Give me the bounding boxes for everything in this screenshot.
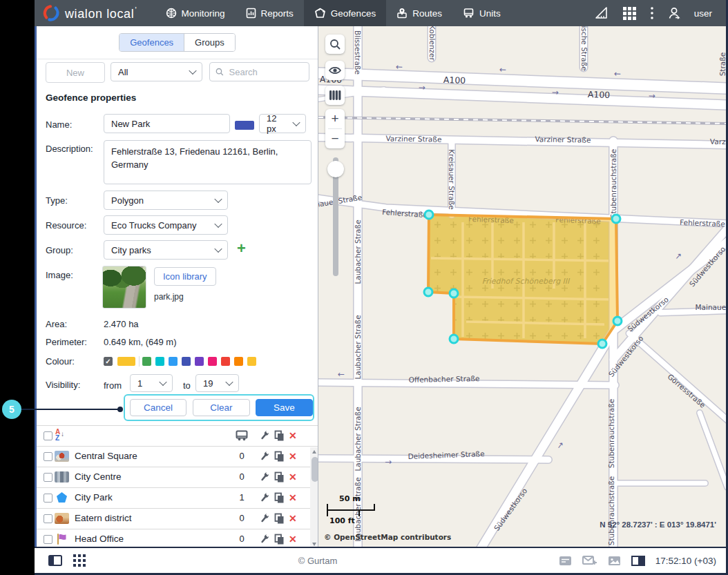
units-column-icon[interactable]: [236, 430, 248, 441]
delete-icon[interactable]: ✕: [289, 492, 297, 503]
colour-swatch[interactable]: [142, 357, 151, 366]
properties-wrench-icon[interactable]: [259, 492, 270, 503]
cancel-button[interactable]: Cancel: [130, 399, 186, 416]
properties-wrench-icon[interactable]: [259, 430, 270, 441]
split-view-icon[interactable]: [631, 556, 645, 566]
user-icon[interactable]: [667, 6, 681, 20]
street-label: Südwestkorso: [626, 295, 670, 333]
colour-swatch[interactable]: [221, 357, 230, 366]
street-label: Stubenrauchstraße: [607, 476, 615, 545]
resource-select[interactable]: Eco Trucks Company: [104, 215, 228, 235]
search-input[interactable]: [228, 66, 303, 78]
sort-alpha-icon[interactable]: A↓Z: [55, 429, 68, 442]
delete-icon[interactable]: ✕: [289, 451, 297, 462]
notifications-icon[interactable]: [559, 556, 572, 566]
add-group-icon[interactable]: +: [237, 241, 246, 256]
geofence-name[interactable]: City Park: [75, 492, 113, 503]
delete-icon[interactable]: ✕: [289, 430, 297, 441]
geofence-row[interactable]: Eatern district 0 ✕: [37, 508, 318, 529]
row-checkbox[interactable]: [44, 514, 52, 523]
scroll-up-icon[interactable]: [312, 450, 316, 454]
geofence-name[interactable]: City Centre: [75, 471, 122, 482]
geofence-name[interactable]: Head Office: [75, 534, 124, 544]
wialon-logo: wialon local: [35, 0, 155, 26]
zoom-out-button[interactable]: −: [325, 129, 345, 148]
media-icon[interactable]: [608, 556, 621, 566]
scrollbar-thumb[interactable]: [312, 457, 318, 482]
geofence-row[interactable]: Head Office 0 ✕: [37, 529, 318, 547]
delete-icon[interactable]: ✕: [289, 513, 297, 524]
colour-swatch[interactable]: [182, 357, 191, 366]
colour-swatch[interactable]: [155, 357, 164, 366]
row-checkbox[interactable]: [44, 452, 52, 461]
icon-library-button[interactable]: Icon library: [154, 267, 216, 286]
tab-geofences[interactable]: Geofences: [304, 0, 386, 26]
tab-units[interactable]: Units: [452, 0, 511, 26]
delete-icon[interactable]: ✕: [289, 471, 297, 483]
group-select[interactable]: City parks: [104, 240, 228, 260]
properties-wrench-icon[interactable]: [259, 471, 270, 483]
row-checkbox[interactable]: [44, 535, 52, 544]
polygon-shape-icon: [57, 492, 67, 503]
colour-swatch[interactable]: [195, 357, 204, 366]
properties-wrench-icon[interactable]: [259, 513, 270, 524]
tab-reports[interactable]: Reports: [236, 0, 304, 26]
zoom-in-button[interactable]: +: [325, 109, 345, 128]
line-width-select[interactable]: 12 px: [259, 114, 306, 133]
geofence-row[interactable]: City Park 1 ✕: [37, 487, 318, 508]
geofence-row[interactable]: City Centre 0 ✕: [37, 467, 318, 487]
top-navigation-bar: wialon local Monitoring Reports Geofence…: [35, 0, 726, 26]
geofence-name[interactable]: Central Square: [75, 451, 137, 461]
filter-select[interactable]: All: [111, 62, 202, 81]
map-layers-button[interactable]: [325, 86, 345, 105]
map-search-button[interactable]: [325, 35, 345, 54]
geofence-image-thumbnail[interactable]: [102, 266, 146, 309]
new-geofence-button[interactable]: New: [46, 62, 105, 83]
clear-button[interactable]: Clear: [193, 399, 250, 416]
delete-icon[interactable]: ✕: [289, 534, 297, 545]
colour-swatch[interactable]: [208, 357, 217, 366]
ruler-icon[interactable]: [594, 6, 609, 21]
tab-geofences-view[interactable]: Geofences: [119, 34, 184, 51]
tab-routes[interactable]: Routes: [386, 0, 452, 26]
description-textarea[interactable]: Fehlerstraße 13, Friedenau 12161, Berlin…: [104, 140, 312, 184]
line-colour-swatch[interactable]: [235, 121, 254, 130]
type-select[interactable]: Polygon: [104, 191, 228, 210]
apps-grid-icon[interactable]: [73, 554, 86, 567]
copy-icon[interactable]: [274, 451, 285, 462]
copy-icon[interactable]: [274, 471, 285, 483]
kebab-menu-icon[interactable]: [650, 6, 654, 20]
properties-wrench-icon[interactable]: [259, 451, 270, 462]
row-checkbox[interactable]: [44, 473, 52, 482]
colour-swatch[interactable]: [169, 357, 178, 366]
colour-swatch[interactable]: [247, 357, 256, 366]
visibility-to-select[interactable]: 19: [195, 374, 239, 392]
name-input[interactable]: [104, 114, 230, 133]
scroll-down-icon[interactable]: [312, 543, 316, 546]
map-canvas[interactable]: BlissestraßeKoblenzerrische StraßeStraße…: [318, 26, 726, 547]
send-report-icon[interactable]: [582, 555, 597, 566]
tab-monitoring[interactable]: Monitoring: [155, 0, 236, 26]
save-button[interactable]: Save: [256, 399, 313, 416]
selected-colour-swatch[interactable]: [117, 357, 135, 366]
tab-groups-view[interactable]: Groups: [184, 34, 235, 51]
copy-icon[interactable]: [274, 513, 285, 524]
geofence-row[interactable]: Central Square 0 ✕: [37, 446, 318, 467]
copy-icon[interactable]: [274, 534, 285, 545]
street-label: Fehlerstraße: [555, 215, 601, 225]
select-all-checkbox[interactable]: [44, 431, 52, 440]
colour-checkbox[interactable]: ✓: [104, 357, 113, 366]
geofence-name[interactable]: Eatern district: [75, 513, 132, 523]
visibility-from-select[interactable]: 1: [130, 374, 173, 392]
colour-swatch[interactable]: [234, 357, 243, 366]
apps-grid-icon[interactable]: [622, 6, 637, 21]
toggle-panel-icon[interactable]: [48, 555, 62, 566]
row-checkbox[interactable]: [44, 494, 52, 503]
area-label: Area:: [46, 319, 67, 329]
user-label[interactable]: user: [694, 8, 712, 19]
copy-icon[interactable]: [274, 430, 285, 441]
properties-wrench-icon[interactable]: [259, 534, 270, 545]
map-visibility-button[interactable]: [325, 61, 345, 80]
copy-icon[interactable]: [274, 492, 285, 503]
zoom-slider-handle[interactable]: [327, 161, 344, 177]
